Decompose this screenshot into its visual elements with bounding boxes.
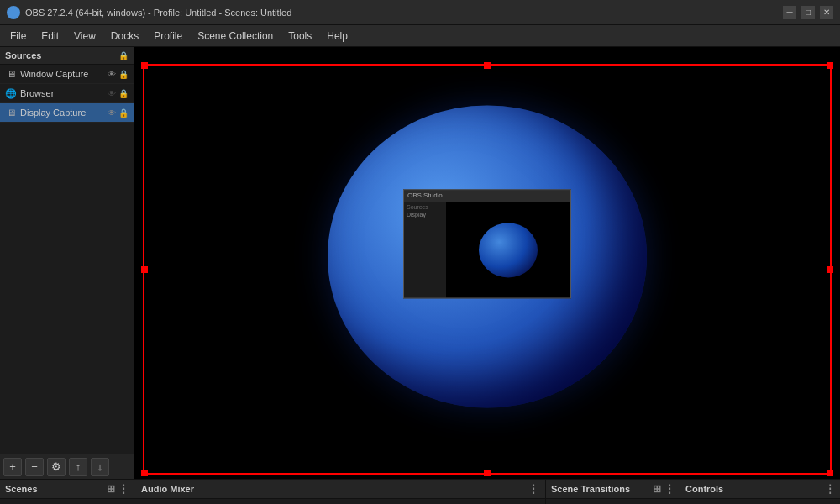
controls-menu-icon[interactable]: ⋮ — [825, 483, 835, 495]
handle-bottom-right[interactable] — [827, 470, 833, 476]
window-controls: ─ □ ✕ — [783, 6, 833, 19]
sources-header: Sources 🔒 — [0, 47, 134, 65]
scenes-list: Scene — [0, 499, 134, 504]
source-settings-button[interactable]: ⚙ — [47, 458, 66, 476]
scenes-expand-icon[interactable]: ⊞ — [107, 483, 115, 495]
title-bar: OBS 27.2.4 (64-bit, windows) - Profile: … — [0, 0, 840, 25]
controls-buttons: Start Streaming Start Recording Start Vi… — [680, 499, 840, 504]
remove-source-button[interactable]: − — [25, 458, 44, 476]
source-item-window-capture[interactable]: 🖥 Window Capture 👁 🔒 — [0, 65, 134, 84]
window-capture-lock[interactable]: 🔒 — [118, 70, 129, 79]
obs-inset-left: Sources Display — [404, 202, 446, 297]
planet-sphere: OBS Studio Sources Display — [328, 105, 647, 407]
scenes-header: Scenes ⊞ ⋮ — [0, 480, 134, 499]
audio-mixer-menu-icon[interactable]: ⋮ — [528, 483, 538, 495]
window-capture-eye[interactable]: 👁 — [108, 70, 116, 79]
transitions-content: Fade Cut Swipe Slide ⚙ Duration ▲ ▼ — [546, 499, 680, 504]
transitions-header: Scene Transitions ⊞ ⋮ — [546, 480, 680, 499]
menu-scene-collection[interactable]: Scene Collection — [191, 28, 280, 45]
preview-area: OBS Studio Sources Display — [134, 47, 840, 479]
source-item-display-capture[interactable]: 🖥 Display Capture 👁 🔒 — [0, 103, 134, 123]
audio-mixer-panel: Audio Mixer ⋮ Desktop Audio -11.1 dB -60… — [134, 480, 546, 504]
source-item-browser[interactable]: 🌐 Browser 👁 🔒 — [0, 84, 134, 103]
display-capture-eye[interactable]: 👁 — [108, 108, 116, 118]
obs-inset-main — [446, 202, 570, 297]
sources-list: 🖥 Window Capture 👁 🔒 🌐 Browser 👁 🔒 🖥 — [0, 65, 134, 454]
main-layout: Sources 🔒 🖥 Window Capture 👁 🔒 🌐 Browser… — [0, 47, 840, 479]
window-capture-label: Window Capture — [20, 69, 104, 79]
scenes-header-controls: ⊞ ⋮ — [107, 483, 129, 495]
menu-bar: File Edit View Docks Profile Scene Colle… — [0, 25, 840, 47]
audio-mixer-header: Audio Mixer ⋮ — [134, 480, 545, 499]
obs-inset-screenshot: OBS Studio Sources Display — [403, 189, 571, 298]
menu-tools[interactable]: Tools — [281, 28, 318, 45]
handle-bottom-left[interactable] — [141, 470, 148, 476]
transitions-expand-icon[interactable]: ⊞ — [653, 483, 661, 495]
browser-lock[interactable]: 🔒 — [118, 89, 129, 98]
display-capture-actions: 👁 🔒 — [108, 108, 129, 118]
controls-header: Controls ⋮ — [680, 480, 840, 499]
close-button[interactable]: ✕ — [820, 6, 833, 19]
browser-eye[interactable]: 👁 — [108, 89, 116, 98]
handle-middle-left[interactable] — [141, 266, 148, 273]
planet-preview: OBS Studio Sources Display — [311, 97, 664, 416]
controls-title: Controls — [685, 484, 723, 494]
window-capture-icon: 🖥 — [5, 68, 17, 80]
audio-mixer-title: Audio Mixer — [141, 484, 194, 494]
controls-panel: Controls ⋮ Start Streaming Start Recordi… — [680, 480, 840, 504]
obs-inset-header: OBS Studio — [404, 190, 570, 202]
scenes-panel: Scenes ⊞ ⋮ Scene + − ↑ ↓ — [0, 480, 134, 504]
display-capture-label: Display Capture — [20, 108, 104, 118]
menu-profile[interactable]: Profile — [147, 28, 189, 45]
scene-transitions-panel: Scene Transitions ⊞ ⋮ Fade Cut Swipe Sli… — [546, 480, 680, 504]
menu-view[interactable]: View — [67, 28, 102, 45]
app-icon — [7, 6, 20, 19]
sources-lock-icon: 🔒 — [118, 51, 129, 60]
source-up-button[interactable]: ↑ — [69, 458, 87, 476]
source-toolbar: + − ⚙ ↑ ↓ — [0, 454, 134, 479]
browser-label: Browser — [20, 88, 104, 98]
handle-top-right[interactable] — [827, 62, 833, 69]
window-capture-actions: 👁 🔒 — [108, 70, 129, 79]
handle-top-center[interactable] — [484, 62, 491, 69]
window-title: OBS 27.2.4 (64-bit, windows) - Profile: … — [25, 8, 783, 18]
scenes-title: Scenes — [5, 484, 38, 494]
sources-panel: Sources 🔒 🖥 Window Capture 👁 🔒 🌐 Browser… — [0, 47, 134, 479]
source-down-button[interactable]: ↓ — [91, 458, 109, 476]
minimize-button[interactable]: ─ — [783, 6, 796, 19]
display-capture-lock[interactable]: 🔒 — [118, 108, 129, 118]
menu-edit[interactable]: Edit — [34, 28, 66, 45]
maximize-button[interactable]: □ — [801, 6, 815, 19]
bottom-section: Scenes ⊞ ⋮ Scene + − ↑ ↓ Audio Mixer ⋮ D… — [0, 479, 840, 504]
handle-middle-right[interactable] — [827, 266, 833, 273]
obs-inset-body: Sources Display — [404, 202, 570, 297]
scenes-menu-icon[interactable]: ⋮ — [118, 483, 129, 495]
preview-canvas: OBS Studio Sources Display — [134, 47, 840, 479]
menu-docks[interactable]: Docks — [104, 28, 145, 45]
add-source-button[interactable]: + — [3, 458, 22, 476]
transitions-title: Scene Transitions — [551, 484, 630, 494]
browser-actions: 👁 🔒 — [108, 89, 129, 98]
sources-title: Sources — [5, 50, 41, 60]
display-capture-icon: 🖥 — [5, 107, 17, 118]
browser-icon: 🌐 — [5, 87, 17, 99]
obs-inset-planet — [479, 223, 538, 277]
menu-file[interactable]: File — [3, 28, 33, 45]
transitions-header-controls: ⊞ ⋮ — [653, 483, 675, 495]
audio-tracks: Desktop Audio -11.1 dB -60-50-40-30-20-1… — [134, 499, 545, 504]
handle-bottom-center[interactable] — [484, 470, 491, 476]
menu-help[interactable]: Help — [320, 28, 354, 45]
transitions-menu-icon[interactable]: ⋮ — [664, 483, 675, 495]
handle-top-left[interactable] — [141, 62, 148, 69]
